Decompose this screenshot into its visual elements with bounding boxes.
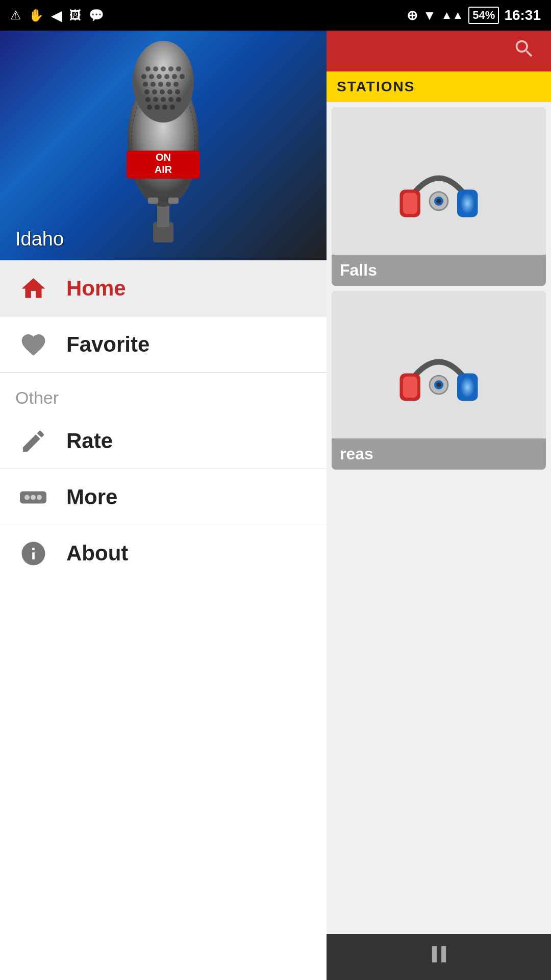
- svg-point-21: [158, 82, 163, 87]
- svg-rect-38: [148, 198, 158, 204]
- station-1-name: Falls: [332, 255, 546, 286]
- svg-point-28: [175, 89, 180, 94]
- svg-point-36: [162, 105, 167, 110]
- about-label: About: [66, 541, 128, 566]
- main-layout: ON AIR: [0, 31, 551, 980]
- image-icon: 🖼: [69, 8, 82, 22]
- home-icon: [15, 271, 51, 306]
- status-icons-right: ⊕ ▼ ▲▲ 54% 16:31: [407, 7, 541, 24]
- hero-location-label: Idaho: [15, 228, 64, 250]
- wifi-icon: ▼: [423, 8, 436, 23]
- svg-rect-52: [403, 377, 417, 398]
- hero-image-container: ON AIR: [0, 31, 327, 260]
- svg-point-41: [24, 495, 30, 500]
- svg-point-22: [166, 82, 171, 87]
- stations-label-bar: STATIONS: [327, 71, 551, 102]
- svg-point-19: [143, 82, 148, 87]
- hero-banner: ON AIR: [0, 31, 327, 260]
- station-2-name: reas: [332, 438, 546, 470]
- svg-point-31: [161, 97, 166, 102]
- pause-button[interactable]: [425, 940, 453, 974]
- back-icon: ◀: [51, 7, 62, 24]
- svg-point-35: [155, 105, 160, 110]
- svg-rect-39: [168, 198, 179, 204]
- menu-item-favorite[interactable]: Favorite: [0, 316, 327, 373]
- svg-point-42: [31, 495, 36, 500]
- svg-point-50: [437, 199, 441, 204]
- svg-point-17: [172, 74, 177, 79]
- right-header: [327, 31, 551, 71]
- svg-point-10: [161, 66, 166, 71]
- svg-point-20: [151, 82, 156, 87]
- player-bar: [327, 934, 551, 980]
- home-label: Home: [66, 276, 126, 301]
- menu-item-home[interactable]: Home: [0, 260, 327, 316]
- other-section-header: Other: [0, 373, 327, 413]
- svg-point-12: [176, 66, 181, 71]
- status-icons-left: ⚠ ✋ ◀ 🖼 💬: [10, 7, 104, 24]
- status-bar: ⚠ ✋ ◀ 🖼 💬 ⊕ ▼ ▲▲ 54% 16:31: [0, 0, 551, 31]
- svg-point-13: [141, 74, 146, 79]
- svg-rect-47: [460, 193, 474, 214]
- notification-icon: ⚠: [10, 8, 21, 22]
- svg-point-16: [164, 74, 169, 79]
- clock: 16:31: [504, 7, 541, 23]
- svg-point-57: [437, 383, 441, 387]
- svg-point-18: [180, 74, 185, 79]
- more-label: More: [66, 485, 117, 509]
- svg-point-34: [147, 105, 152, 110]
- station-card-2[interactable]: reas: [332, 291, 546, 470]
- svg-point-33: [176, 97, 181, 102]
- screenshot-icon: ✋: [29, 8, 44, 22]
- drawer-menu: ON AIR: [0, 31, 327, 980]
- favorite-label: Favorite: [66, 332, 149, 357]
- menu-item-rate[interactable]: Rate: [0, 413, 327, 469]
- battery-indicator: 54%: [468, 7, 499, 24]
- svg-point-9: [153, 66, 158, 71]
- right-panel: STATIONS: [327, 31, 551, 980]
- signal-icon: ▲▲: [441, 9, 464, 22]
- svg-point-11: [168, 66, 173, 71]
- menu-item-more[interactable]: More: [0, 469, 327, 525]
- svg-text:ON: ON: [156, 152, 171, 163]
- station-card[interactable]: Falls: [332, 107, 546, 286]
- svg-point-15: [157, 74, 162, 79]
- microphone-illustration: ON AIR: [82, 38, 245, 253]
- svg-point-14: [149, 74, 154, 79]
- chat-icon: 💬: [89, 8, 104, 22]
- svg-point-37: [170, 105, 175, 110]
- stations-text: STATIONS: [337, 79, 415, 95]
- svg-point-32: [168, 97, 173, 102]
- svg-text:AIR: AIR: [155, 164, 172, 175]
- svg-point-7: [133, 41, 194, 122]
- svg-point-30: [153, 97, 158, 102]
- svg-rect-45: [403, 193, 417, 214]
- search-button[interactable]: [513, 37, 536, 65]
- svg-point-43: [37, 495, 42, 500]
- svg-point-26: [160, 89, 165, 94]
- svg-point-25: [152, 89, 157, 94]
- station-cards-list: Falls: [327, 102, 551, 934]
- svg-rect-54: [460, 377, 474, 398]
- rate-label: Rate: [66, 429, 113, 453]
- add-icon: ⊕: [407, 8, 418, 23]
- heart-icon: [15, 327, 51, 362]
- svg-point-29: [145, 97, 151, 102]
- menu-item-about[interactable]: About: [0, 525, 327, 581]
- rate-icon: [15, 423, 51, 459]
- menu-section: Home Favorite Other: [0, 260, 327, 980]
- svg-point-8: [145, 66, 151, 71]
- svg-point-23: [173, 82, 179, 87]
- svg-point-24: [144, 89, 149, 94]
- more-icon: [15, 479, 51, 515]
- about-icon: [15, 535, 51, 571]
- svg-point-27: [167, 89, 172, 94]
